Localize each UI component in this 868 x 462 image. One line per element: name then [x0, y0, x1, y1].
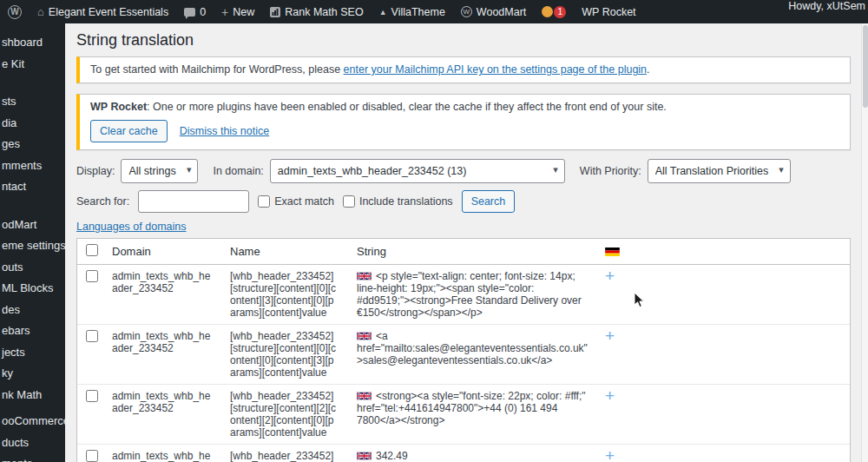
include-translations-option: Include translations — [343, 195, 453, 208]
sidebar-item[interactable]: shboard — [0, 32, 65, 54]
sidebar-item[interactable]: ments — [0, 453, 65, 462]
row-add-cell: + — [596, 445, 850, 462]
row-checkbox-cell — [77, 445, 103, 462]
uk-flag-icon — [357, 332, 372, 340]
sidebar-item[interactable]: ML Blocks — [0, 278, 65, 300]
site-name-menu[interactable]: ⌂ Elegant Event Essentials — [30, 0, 176, 23]
dismiss-notice-link[interactable]: Dismiss this notice — [180, 124, 270, 139]
villatheme-label: VillaTheme — [391, 6, 445, 18]
wp-rocket-label: WP Rocket — [582, 6, 635, 18]
row-string-text: <p style="text-align: center; font-size:… — [357, 270, 582, 319]
display-filter-select[interactable]: All strings — [121, 159, 198, 183]
add-translation-button[interactable]: + — [605, 390, 615, 402]
add-translation-button[interactable]: + — [605, 330, 615, 342]
row-checkbox-cell — [77, 265, 103, 325]
wp-rocket-notice-actions: Clear cache Dismiss this notice — [90, 120, 839, 142]
sidebar-item[interactable]: ducts — [0, 432, 65, 454]
sidebar-item[interactable]: dia — [0, 113, 65, 135]
plus-icon: + — [221, 6, 228, 18]
comment-icon — [184, 8, 195, 16]
comments-count: 0 — [200, 6, 206, 18]
sidebar-item[interactable]: ntact — [0, 176, 65, 198]
search-button[interactable]: Search — [462, 190, 516, 213]
target-language-header — [596, 239, 850, 265]
domain-filter-wrap: admin_texts_whb_header_233452 (13) — [270, 159, 565, 183]
notification-badge: 1 — [554, 6, 566, 18]
vertical-scrollbar[interactable] — [861, 23, 868, 462]
woodmart-menu[interactable]: W WoodMart — [453, 0, 534, 23]
mailchimp-notice-prefix: To get started with Mailchimp for WordPr… — [90, 63, 344, 76]
filters-row: Display: All strings In domain: admin_te… — [76, 159, 851, 183]
priority-filter-select[interactable]: All Translation Priorities — [648, 159, 791, 183]
table-row: admin_texts_whb_header_233452 [whb_heade… — [77, 385, 850, 445]
howdy-menu[interactable]: Howdy, xUtSem — [780, 0, 868, 12]
priority-filter-label: With Priority: — [580, 165, 641, 177]
domain-filter-label: In domain: — [213, 165, 263, 177]
row-string: <strong><a style="font-size: 22px; color… — [348, 385, 596, 445]
notification-icon — [542, 6, 553, 17]
strings-table: Domain Name String admin_texts_whb_heade… — [76, 238, 851, 462]
exact-match-checkbox[interactable] — [258, 195, 270, 208]
notification-menu[interactable]: 1 — [534, 0, 574, 23]
domain-column-header: Domain — [103, 239, 221, 265]
mailchimp-notice-text: To get started with Mailchimp for WordPr… — [90, 63, 839, 77]
wp-rocket-notice: WP Rocket: One or more plugins have been… — [76, 94, 851, 150]
add-translation-button[interactable]: + — [605, 450, 615, 462]
table-row: admin_texts_whb_header_233452 [whb_heade… — [77, 265, 850, 325]
mailchimp-settings-link[interactable]: enter your Mailchimp API key on the sett… — [344, 63, 648, 76]
search-row: Search for: Exact match Include translat… — [76, 190, 851, 213]
domain-filter-select[interactable]: admin_texts_whb_header_233452 (13) — [270, 159, 565, 183]
row-string-text: <a href="mailto:sales@eleganteventessent… — [357, 330, 588, 366]
wp-logo-menu[interactable]: W — [0, 0, 30, 23]
woodmart-icon: W — [461, 6, 472, 17]
sidebar-item[interactable]: ebars — [0, 320, 65, 342]
mailchimp-notice-suffix: . — [647, 63, 649, 76]
sidebar-item[interactable]: odMart — [0, 214, 65, 236]
languages-of-domains-link[interactable]: Languages of domains — [76, 221, 186, 233]
rank-math-menu[interactable]: Rank Math SEO — [262, 0, 371, 23]
sidebar-menu: shboard e Kit sts dia ges mments ntact o… — [0, 23, 65, 462]
scrollbar-thumb[interactable] — [863, 25, 868, 108]
clear-cache-button[interactable]: Clear cache — [90, 120, 168, 142]
sidebar-item[interactable]: des — [0, 300, 65, 321]
include-translations-checkbox[interactable] — [343, 195, 355, 208]
select-all-cell — [77, 239, 103, 265]
sidebar-item[interactable]: mments — [0, 155, 65, 177]
wp-rocket-menu[interactable]: WP Rocket — [574, 0, 643, 23]
wordpress-logo-icon: W — [8, 5, 22, 19]
sidebar-item[interactable]: eme settings — [0, 235, 65, 257]
comments-menu[interactable]: 0 — [176, 0, 214, 23]
new-label: New — [233, 6, 254, 18]
row-checkbox[interactable] — [86, 270, 98, 282]
sidebar-item[interactable]: ky — [0, 363, 65, 385]
row-string-text: <strong><a style="font-size: 22px; color… — [357, 390, 586, 426]
row-name: [whb_header_233452][structure][content][… — [221, 325, 348, 385]
mailchimp-notice: To get started with Mailchimp for WordPr… — [76, 56, 851, 83]
sidebar-item[interactable]: ges — [0, 134, 65, 155]
strings-tbody: admin_texts_whb_header_233452 [whb_heade… — [77, 265, 850, 462]
sidebar-item[interactable]: sts — [0, 91, 65, 113]
select-all-checkbox[interactable] — [86, 244, 98, 256]
row-domain: admin_texts_whb_header_233452 — [103, 265, 221, 325]
search-input[interactable] — [138, 190, 249, 213]
new-menu[interactable]: + New — [214, 0, 262, 23]
sidebar-item[interactable]: outs — [0, 257, 65, 279]
search-label: Search for: — [76, 195, 129, 208]
wp-rocket-notice-body: : One or more plugins have been enabled … — [147, 101, 667, 113]
sidebar-item[interactable]: ooCommerce — [0, 411, 65, 432]
row-name: [whb_header_233452][structure][content][… — [221, 265, 348, 325]
row-checkbox[interactable] — [86, 390, 98, 402]
add-translation-button[interactable]: + — [605, 270, 615, 282]
row-checkbox[interactable] — [86, 450, 98, 462]
villatheme-menu[interactable]: ▲ VillaTheme — [372, 0, 453, 23]
include-translations-label: Include translations — [359, 195, 453, 208]
admin-bar: W ⌂ Elegant Event Essentials 0 + New Ran… — [0, 0, 868, 23]
name-column-header: Name — [221, 239, 348, 265]
sidebar-item[interactable]: jects — [0, 342, 65, 364]
sidebar-item[interactable]: e Kit — [0, 54, 65, 76]
villatheme-icon: ▲ — [379, 8, 387, 16]
sidebar-item[interactable]: nk Math — [0, 385, 65, 406]
row-checkbox[interactable] — [86, 330, 98, 342]
row-name: [whb_header_233452][structure][content][… — [221, 445, 348, 462]
row-domain: admin_texts_whb_header_233452 — [103, 445, 221, 462]
